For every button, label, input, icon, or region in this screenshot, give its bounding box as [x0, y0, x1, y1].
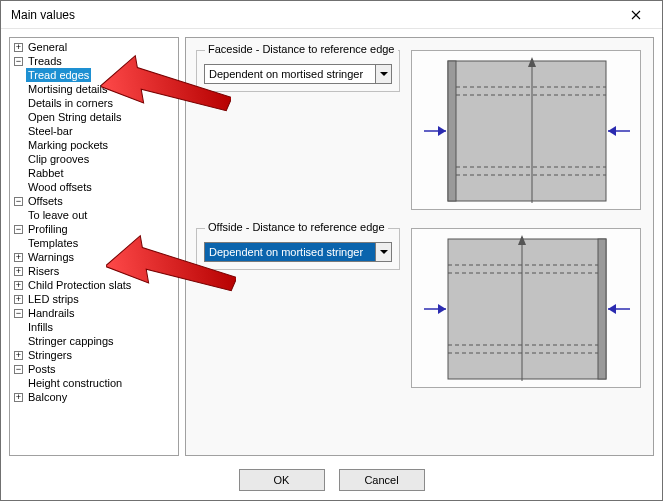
svg-marker-11	[608, 126, 616, 136]
combo-offside[interactable]: Dependent on mortised stringer	[204, 242, 392, 262]
combo-value: Dependent on mortised stringer	[205, 65, 375, 83]
close-icon	[631, 10, 641, 20]
tree-item-offsets[interactable]: Offsets	[26, 194, 65, 208]
tree-item-rabbet[interactable]: Rabbet	[26, 166, 65, 180]
tree-item-treads[interactable]: Treads	[26, 54, 64, 68]
content-pane: Faceside - Distance to reference edge De…	[185, 37, 654, 456]
combo-faceside[interactable]: Dependent on mortised stringer	[204, 64, 392, 84]
tree-item-height-construction[interactable]: Height construction	[26, 376, 124, 390]
window-title: Main values	[11, 8, 75, 22]
ok-button[interactable]: OK	[239, 469, 325, 491]
groupbox-legend: Offside - Distance to reference edge	[205, 221, 388, 233]
groupbox-legend: Faceside - Distance to reference edge	[205, 43, 398, 55]
dropdown-arrow-icon	[375, 243, 391, 261]
cancel-button[interactable]: Cancel	[339, 469, 425, 491]
main-window: Main values +General −Treads Tread edges…	[0, 0, 663, 501]
tree-item-marking-pockets[interactable]: Marking pockets	[26, 138, 110, 152]
tree-item-stringers[interactable]: Stringers	[26, 348, 74, 362]
combo-value: Dependent on mortised stringer	[205, 243, 375, 261]
tree-item-steel-bar[interactable]: Steel-bar	[26, 124, 75, 138]
tree-item-wood-offsets[interactable]: Wood offsets	[26, 180, 94, 194]
diagram-faceside	[411, 50, 641, 210]
tree-item-warnings[interactable]: Warnings	[26, 250, 76, 264]
diagram-offside	[411, 228, 641, 388]
svg-rect-13	[598, 239, 606, 379]
collapse-icon[interactable]: −	[14, 225, 23, 234]
svg-marker-21	[438, 304, 446, 314]
tree-item-risers[interactable]: Risers	[26, 264, 61, 278]
tree-item-handrails[interactable]: Handrails	[26, 306, 76, 320]
collapse-icon[interactable]: −	[14, 57, 23, 66]
collapse-icon[interactable]: −	[14, 365, 23, 374]
expand-icon[interactable]: +	[14, 351, 23, 360]
expand-icon[interactable]: +	[14, 43, 23, 52]
expand-icon[interactable]: +	[14, 295, 23, 304]
expand-icon[interactable]: +	[14, 281, 23, 290]
expand-icon[interactable]: +	[14, 267, 23, 276]
tree-item-mortising-details[interactable]: Mortising details	[26, 82, 109, 96]
dialog-footer: OK Cancel	[1, 460, 662, 500]
tree-item-templates[interactable]: Templates	[26, 236, 80, 250]
tree-item-to-leave-out[interactable]: To leave out	[26, 208, 89, 222]
dialog-body: +General −Treads Tread edges Mortising d…	[1, 29, 662, 460]
diagram-svg	[412, 51, 642, 211]
svg-marker-9	[438, 126, 446, 136]
titlebar: Main values	[1, 1, 662, 29]
tree-item-balcony[interactable]: Balcony	[26, 390, 69, 404]
collapse-icon[interactable]: −	[14, 197, 23, 206]
tree-pane: +General −Treads Tread edges Mortising d…	[9, 37, 179, 456]
close-button[interactable]	[616, 2, 656, 28]
tree-item-clip-grooves[interactable]: Clip grooves	[26, 152, 91, 166]
nav-tree[interactable]: +General −Treads Tread edges Mortising d…	[10, 40, 178, 404]
svg-rect-12	[448, 239, 606, 379]
tree-item-child-protection[interactable]: Child Protection slats	[26, 278, 133, 292]
tree-item-details-in-corners[interactable]: Details in corners	[26, 96, 115, 110]
expand-icon[interactable]: +	[14, 393, 23, 402]
tree-item-infills[interactable]: Infills	[26, 320, 55, 334]
tree-item-open-string-details[interactable]: Open String details	[26, 110, 124, 124]
dropdown-arrow-icon	[375, 65, 391, 83]
svg-rect-0	[448, 61, 606, 201]
collapse-icon[interactable]: −	[14, 309, 23, 318]
diagram-svg	[412, 229, 642, 389]
tree-item-stringer-cappings[interactable]: Stringer cappings	[26, 334, 116, 348]
tree-item-general[interactable]: General	[26, 40, 69, 54]
svg-marker-23	[608, 304, 616, 314]
tree-item-tread-edges[interactable]: Tread edges	[26, 68, 91, 82]
tree-item-led-strips[interactable]: LED strips	[26, 292, 81, 306]
svg-rect-1	[448, 61, 456, 201]
tree-item-posts[interactable]: Posts	[26, 362, 58, 376]
tree-item-profiling[interactable]: Profiling	[26, 222, 70, 236]
expand-icon[interactable]: +	[14, 253, 23, 262]
